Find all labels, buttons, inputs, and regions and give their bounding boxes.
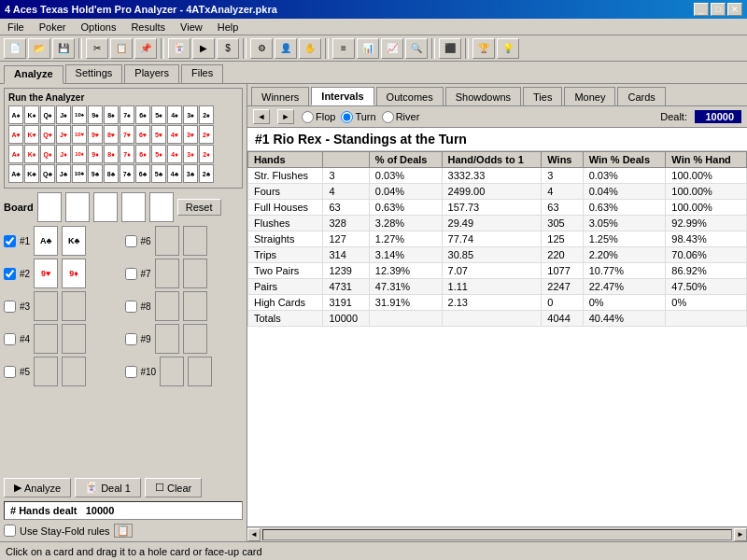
- card-kc[interactable]: K♣: [24, 164, 39, 183]
- flop-radio-label[interactable]: Flop: [302, 111, 335, 123]
- analyze-button[interactable]: ▶ Analyze: [4, 478, 71, 497]
- tab-outcomes[interactable]: Outcomes: [376, 87, 444, 105]
- table-scroll[interactable]: Hands% of DealsHand/Odds to 1WinsWin % D…: [247, 151, 747, 526]
- card-7d[interactable]: 7♦: [120, 145, 134, 163]
- card-jc[interactable]: J♣: [56, 164, 71, 183]
- tb-btn6[interactable]: 🏆: [472, 38, 495, 59]
- menu-view[interactable]: View: [176, 21, 206, 34]
- card-6d[interactable]: 6♦: [135, 145, 150, 163]
- card-9c[interactable]: 9♣: [88, 164, 103, 183]
- card-ac[interactable]: A♣: [8, 164, 23, 183]
- card-9d[interactable]: 9♦: [88, 145, 103, 163]
- reset-button[interactable]: Reset: [177, 199, 221, 216]
- player-3-card-2[interactable]: [62, 291, 86, 321]
- card-4h[interactable]: 4♥: [167, 125, 182, 144]
- copy-btn[interactable]: 📋: [110, 38, 133, 59]
- card-2h[interactable]: 2♥: [199, 125, 214, 144]
- menu-results[interactable]: Results: [127, 21, 169, 34]
- card-kh[interactable]: K♥: [24, 125, 39, 144]
- tab-money[interactable]: Money: [564, 87, 615, 105]
- player-9-card-2[interactable]: [183, 324, 207, 354]
- nav-prev-btn[interactable]: ◄: [253, 109, 270, 124]
- tb-btn1[interactable]: ≡: [332, 38, 355, 59]
- menu-options[interactable]: Options: [77, 21, 120, 34]
- open-btn[interactable]: 📂: [28, 38, 50, 59]
- card-5d[interactable]: 5♦: [151, 145, 166, 163]
- card-ad[interactable]: A♦: [8, 145, 23, 163]
- player-1-card-2[interactable]: K♣: [62, 226, 86, 256]
- stay-fold-icon[interactable]: 📋: [114, 524, 133, 538]
- card-4s[interactable]: 4♠: [167, 105, 182, 124]
- cut-btn[interactable]: ✂: [86, 38, 108, 59]
- card-jh[interactable]: J♥: [56, 125, 71, 144]
- player-10-checkbox[interactable]: [125, 366, 137, 378]
- player-10-card-1[interactable]: [160, 357, 184, 386]
- player-2-card-2[interactable]: 9♦: [62, 259, 86, 288]
- tab-cards[interactable]: Cards: [617, 87, 665, 105]
- card-10h[interactable]: 10♥: [72, 125, 87, 144]
- deal-button[interactable]: 🃏 Deal 1: [75, 478, 141, 497]
- card-jd[interactable]: J♦: [56, 145, 71, 163]
- card-8d[interactable]: 8♦: [104, 145, 119, 163]
- card-as[interactable]: A♠: [8, 105, 23, 124]
- tab-settings[interactable]: Settings: [65, 64, 123, 83]
- menu-poker[interactable]: Poker: [35, 21, 70, 34]
- player-4-card-1[interactable]: [34, 324, 58, 354]
- turn-radio[interactable]: [341, 111, 353, 123]
- card-js[interactable]: J♠: [56, 105, 71, 124]
- card-6s[interactable]: 6♠: [135, 105, 150, 124]
- players-btn[interactable]: 👤: [275, 38, 297, 59]
- card-10d[interactable]: 10♦: [72, 145, 87, 163]
- player-9-checkbox[interactable]: [125, 333, 137, 345]
- menu-file[interactable]: File: [4, 21, 28, 34]
- player-1-checkbox[interactable]: [4, 235, 16, 247]
- board-card-5[interactable]: [149, 192, 174, 222]
- card-9h[interactable]: 9♥: [88, 125, 103, 144]
- player-7-card-1[interactable]: [155, 259, 179, 288]
- player-7-checkbox[interactable]: [125, 268, 137, 280]
- card-3s[interactable]: 3♠: [183, 105, 198, 124]
- player-2-checkbox[interactable]: [4, 268, 16, 280]
- player-5-checkbox[interactable]: [4, 366, 16, 378]
- tab-winners[interactable]: Winners: [251, 87, 309, 105]
- tab-intervals[interactable]: Intervals: [311, 87, 374, 105]
- river-radio[interactable]: [382, 111, 394, 123]
- card-qd[interactable]: Q♦: [40, 145, 55, 163]
- card-7s[interactable]: 7♠: [120, 105, 134, 124]
- close-btn[interactable]: ✕: [727, 3, 742, 16]
- minimize-btn[interactable]: _: [694, 3, 709, 16]
- player-8-checkbox[interactable]: [125, 301, 137, 313]
- player-4-card-2[interactable]: [62, 324, 86, 354]
- card-8h[interactable]: 8♥: [104, 125, 119, 144]
- card-2s[interactable]: 2♠: [199, 105, 214, 124]
- board-card-3[interactable]: [93, 192, 118, 222]
- deal-toolbar-btn[interactable]: 🃏: [168, 38, 190, 59]
- tb-btn4[interactable]: 🔍: [405, 38, 428, 59]
- tb-btn3[interactable]: 📈: [381, 38, 403, 59]
- tab-analyze[interactable]: Analyze: [4, 65, 63, 84]
- card-4d[interactable]: 4♦: [167, 145, 182, 163]
- card-2c[interactable]: 2♣: [199, 164, 214, 183]
- menu-help[interactable]: Help: [214, 21, 243, 34]
- player-2-card-1[interactable]: 9♥: [34, 259, 58, 288]
- player-3-checkbox[interactable]: [4, 301, 16, 313]
- card-kd[interactable]: K♦: [24, 145, 39, 163]
- paste-btn[interactable]: 📌: [134, 38, 157, 59]
- new-btn[interactable]: 📄: [4, 38, 26, 59]
- card-qc[interactable]: Q♣: [40, 164, 55, 183]
- card-6h[interactable]: 6♥: [135, 125, 150, 144]
- money-btn[interactable]: $: [217, 38, 239, 59]
- card-ah[interactable]: A♥: [8, 125, 23, 144]
- scroll-left-btn[interactable]: ◄: [247, 528, 261, 541]
- tb-btn7[interactable]: 💡: [497, 38, 519, 59]
- card-10s[interactable]: 10♠: [72, 105, 87, 124]
- card-5c[interactable]: 5♣: [151, 164, 166, 183]
- stay-fold-checkbox[interactable]: [4, 525, 16, 537]
- card-3d[interactable]: 3♦: [183, 145, 198, 163]
- card-3h[interactable]: 3♥: [183, 125, 198, 144]
- player-5-card-1[interactable]: [34, 357, 58, 386]
- board-card-4[interactable]: [121, 192, 146, 222]
- analyze-toolbar-btn[interactable]: ▶: [192, 38, 215, 59]
- tab-ties[interactable]: Ties: [523, 87, 562, 105]
- player-1-card-1[interactable]: A♣: [34, 226, 58, 256]
